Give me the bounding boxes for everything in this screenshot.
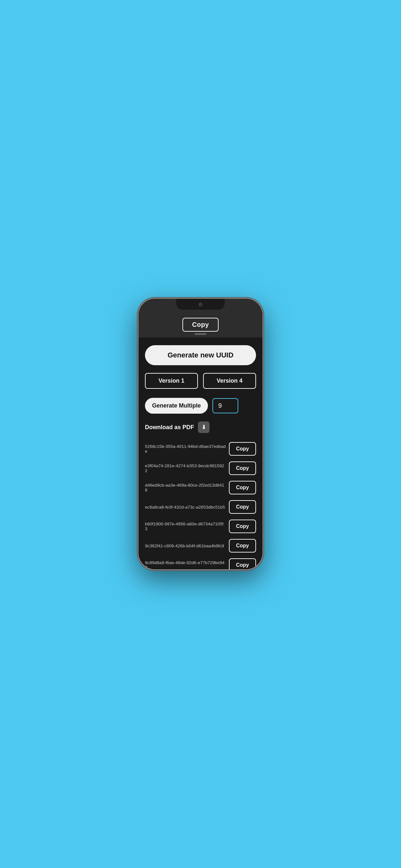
generate-uuid-button[interactable]: Generate new UUID xyxy=(145,345,256,365)
copy-uuid-button[interactable]: Copy xyxy=(229,558,256,569)
generate-multiple-row: Generate Multiple xyxy=(145,398,256,414)
uuid-row: b60f1900-997e-4956-a60e-d6734a7105f3Copy xyxy=(145,520,256,533)
copy-uuid-button[interactable]: Copy xyxy=(229,461,256,475)
uuid-text: b60f1900-997e-4956-a60e-d6734a7105f3 xyxy=(145,522,226,531)
uuid-row: d46ed9cb-aa3e-469a-80ce-2f2ed13d8418Copy xyxy=(145,481,256,494)
uuid-text: ec8a8ca8-fe3f-432d-a73c-a2653dbc51b5 xyxy=(145,505,226,509)
camera xyxy=(198,303,203,306)
copy-uuid-button[interactable]: Copy xyxy=(229,442,256,456)
phone-frame: Copy Generate new UUID Version 1 Version… xyxy=(137,298,264,570)
uuid-row: 5268c15b-355a-4011-94bd-d6ae37edbadeCopy xyxy=(145,442,256,456)
generate-multiple-button[interactable]: Generate Multiple xyxy=(145,398,208,414)
quantity-input[interactable] xyxy=(212,398,238,413)
pdf-label: Download as PDF xyxy=(145,424,194,431)
pdf-row: Download as PDF ⬇ xyxy=(145,422,256,433)
copy-uuid-button[interactable]: Copy xyxy=(229,520,256,533)
copy-uuid-button[interactable]: Copy xyxy=(229,481,256,494)
uuid-text: 5268c15b-355a-4011-94bd-d6ae37edbade xyxy=(145,444,226,454)
copy-uuid-button[interactable]: Copy xyxy=(229,539,256,553)
pdf-download-button[interactable]: ⬇ xyxy=(198,422,210,433)
uuid-row: ec8a8ca8-fe3f-432d-a73c-a2653dbc51b5Copy xyxy=(145,500,256,514)
uuid-row: e3f04a74-281e-4274-b353-9ecdc9815922Copy xyxy=(145,461,256,475)
copy-uuid-button[interactable]: Copy xyxy=(229,500,256,514)
uuid-text: e3f04a74-281e-4274-b353-9ecdc9815922 xyxy=(145,463,226,473)
download-icon: ⬇ xyxy=(202,424,206,431)
uuid-text: 8c89d8a9-f6ae-46de-92d6-e77b729be947 xyxy=(145,560,226,569)
uuid-list: 5268c15b-355a-4011-94bd-d6ae37edbadeCopy… xyxy=(145,442,256,569)
version-selector: Version 1 Version 4 xyxy=(145,373,256,389)
version4-button[interactable]: Version 4 xyxy=(203,373,256,389)
nav-bar: Copy xyxy=(138,299,263,337)
uuid-row: 8c89d8a9-f6ae-46de-92d6-e77b729be947Copy xyxy=(145,558,256,569)
notch xyxy=(176,299,225,310)
drag-indicator xyxy=(195,333,206,335)
version1-button[interactable]: Version 1 xyxy=(145,373,198,389)
nav-copy-button[interactable]: Copy xyxy=(182,318,219,332)
uuid-text: d46ed9cb-aa3e-469a-80ce-2f2ed13d8418 xyxy=(145,483,226,492)
uuid-text: 9c362f41-c809-426b-b04f-d61baa4b9fc9 xyxy=(145,544,226,548)
phone-screen: Copy Generate new UUID Version 1 Version… xyxy=(138,299,263,569)
main-content: Generate new UUID Version 1 Version 4 Ge… xyxy=(138,337,263,569)
uuid-row: 9c362f41-c809-426b-b04f-d61baa4b9fc9Copy xyxy=(145,539,256,553)
